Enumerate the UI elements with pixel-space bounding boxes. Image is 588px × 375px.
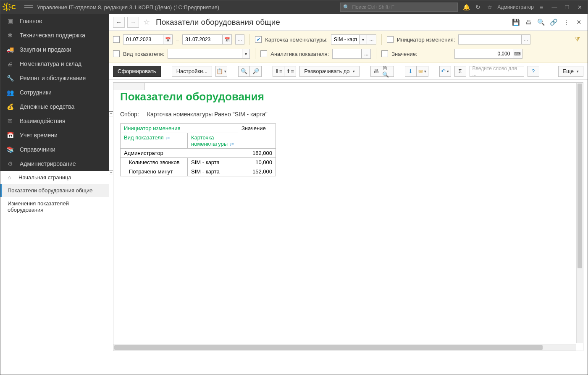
sidebar-item-main[interactable]: ▣Главное [0,14,109,28]
zoom-in-button[interactable]: 🔍 [238,66,250,77]
more-button[interactable]: Еще▾ [558,66,583,77]
report-area: − − Показатели оборудования Отбор: Карто… [109,80,588,375]
report-filter-line: Отбор: Карточка номенклатуры Равно "SIM … [120,111,576,118]
report-toolbar: Сформировать Настройки... 📋▾ 🔍🔎 ⬇≡⬆≡ Раз… [109,63,588,80]
kebab-icon[interactable]: ⋮ [562,18,571,27]
page-title: Показатели оборудования общие [156,18,280,27]
history-icon[interactable]: ↻ [474,3,482,11]
print-icon[interactable]: 🖶 [524,18,533,27]
books-icon: 📚 [6,146,14,153]
window-minimize-button[interactable]: — [549,3,560,11]
global-search-input[interactable]: 🔍 Поиск Ctrl+Shift+F [340,3,458,12]
app-logo: 1҉С [3,3,18,11]
save-file-button[interactable]: ⬇ [405,66,417,77]
calendar-icon[interactable]: 📅 [223,34,232,45]
preview-icon[interactable]: 🔍 [536,18,546,27]
settings-lines-icon[interactable]: ≡ [537,3,546,11]
scrollbar-vertical[interactable] [576,83,583,343]
save-icon[interactable]: 💾 [511,18,520,27]
funnel-icon[interactable]: ⧩ [575,36,583,43]
sidebar-item-support[interactable]: ✱Техническая поддержка [0,28,109,42]
subitem-indicator-changes[interactable]: Изменения показателей оборудования [0,197,109,216]
card-checkbox[interactable]: ✔ [255,36,262,43]
users-icon: 👥 [6,89,14,96]
report-table: Инициатор изменения Значение Вид показат… [120,123,276,176]
window-maximize-button[interactable]: ☐ [562,3,572,11]
type-checkbox[interactable] [113,50,120,57]
sidebar-item-time[interactable]: 📅Учет времени [0,128,109,142]
zoom-out-button[interactable]: 🔎 [250,66,262,77]
collapse-button[interactable]: ⬇≡ [273,66,284,77]
expand-to-button[interactable]: Разворачивать до▾ [299,66,359,77]
date-to-input[interactable] [182,34,223,45]
report-search-input[interactable]: Введите слово для ... [470,66,524,77]
house-icon: ⌂ [8,174,14,181]
bell-icon[interactable]: 🔔 [462,3,470,11]
sidebar-item-employees[interactable]: 👥Сотрудники [0,85,109,100]
favorite-toggle[interactable]: ☆ [142,18,152,27]
mail-icon: ✉ [6,118,14,124]
report-title: Показатели оборудования [120,90,576,103]
sidebar-item-interactions[interactable]: ✉Взаимодействия [0,114,109,128]
initiator-checkbox[interactable] [387,36,394,43]
print-preview-button[interactable]: 🖹🔍 [382,66,394,77]
sidebar-item-money[interactable]: 💰Денежные средства [0,100,109,114]
window-close-button[interactable]: ✕ [574,3,585,11]
period-checkbox[interactable] [113,36,120,43]
link-icon[interactable]: 🔗 [549,18,558,27]
sidebar-item-stock[interactable]: 🖨Номенклатура и склад [0,57,109,71]
col-value: Значение [238,124,276,149]
card-dots-button[interactable]: ... [367,34,376,45]
print-button[interactable]: 🖶 [370,66,382,77]
nav-back-button[interactable]: ← [113,17,125,28]
star-icon[interactable]: ☆ [486,3,494,11]
table-row[interactable]: Потрачено минут SIM - карта 152,000 [121,167,276,176]
printer-icon: 🖨 [6,60,14,67]
analytic-combo[interactable] [332,49,362,59]
sidebar: ▣Главное ✱Техническая поддержка 🚚Закупки… [0,14,109,375]
chevron-down-icon[interactable]: ▾ [360,34,367,45]
money-icon: 💰 [6,103,14,110]
copy-settings-button[interactable]: 📋▾ [215,66,227,77]
value-input[interactable] [454,49,513,59]
card-combo[interactable] [331,34,360,45]
analytic-checkbox[interactable] [260,50,267,57]
initiator-dots-button[interactable]: ... [521,34,530,45]
gear-icon: ⚙ [6,160,14,167]
sidebar-item-admin[interactable]: ⚙Администрирование [0,157,109,171]
main-menu-button[interactable] [24,3,33,11]
mail-button[interactable]: ✉▾ [417,66,428,77]
table-group-row[interactable]: Администратор 162,000 [121,149,276,158]
nav-forward-button[interactable]: → [127,17,139,28]
sidebar-item-trade[interactable]: 🚚Закупки и продажи [0,42,109,57]
col-card: Карточка номенклатуры↓≡ [188,133,238,149]
content-header: ← → ☆ Показатели оборудования общие 💾 🖶 … [109,14,588,31]
period-dots-button[interactable]: ... [235,34,244,45]
reset-button[interactable]: ↶▾ [439,66,451,77]
titlebar: 1҉С Управление IT-отделом 8, редакция 3.… [0,0,588,14]
wrench-icon: 🔧 [6,75,14,81]
truck-icon: 🚚 [6,46,14,53]
help-button[interactable]: ? [528,66,539,77]
subitem-start-page[interactable]: ⌂Начальная страница [0,171,109,184]
initiator-combo[interactable] [458,34,521,45]
filter-panel: 📅 – 📅 ... ✔ Карточка номенклатуры: ▾... [109,31,588,63]
generate-button[interactable]: Сформировать [113,66,161,77]
close-icon[interactable]: ✕ [574,18,583,27]
sidebar-item-repair[interactable]: 🔧Ремонт и обслуживание [0,71,109,85]
user-label[interactable]: Администратор [497,4,534,10]
type-combo[interactable] [168,49,242,59]
chevron-down-icon[interactable]: ▾ [242,49,250,59]
scrollbar-horizontal[interactable] [113,344,576,351]
calendar-icon[interactable]: 📅 [163,34,173,45]
sum-button[interactable]: Σ [454,66,466,77]
date-from-input[interactable] [123,34,163,45]
calculator-icon[interactable]: ⌨ [513,49,522,59]
settings-button[interactable]: Настройки... [172,66,213,77]
expand-button[interactable]: ⬆≡ [284,66,296,77]
sidebar-item-references[interactable]: 📚Справочники [0,142,109,157]
value-checkbox[interactable] [381,50,388,57]
table-row[interactable]: Количество звонков SIM - карта 10,000 [121,158,276,167]
subitem-indicators-common[interactable]: Показатели оборудования общие [0,184,109,197]
analytic-dots-button[interactable]: ... [362,49,371,59]
